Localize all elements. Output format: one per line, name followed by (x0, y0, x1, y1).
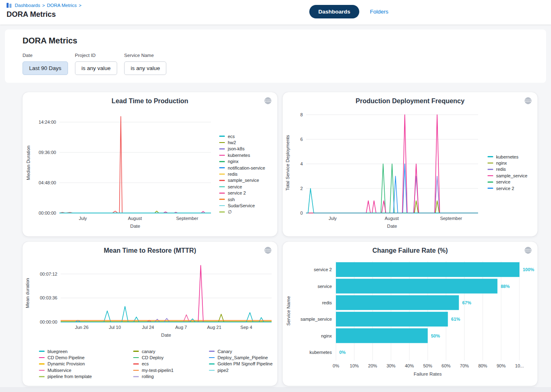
lead-time-legend: ecshw2json-k8skubernetesnginxnotificatio… (219, 133, 265, 215)
svg-text:4: 4 (300, 161, 303, 166)
svg-text:67%: 67% (462, 300, 471, 305)
dashboards-grid-icon (7, 3, 11, 8)
dashboard-content: DORA Metrics Date Last 90 Days Project I… (0, 29, 551, 392)
legend-item: CD Deploy (133, 354, 174, 360)
legend-item: SudarService (219, 202, 265, 208)
globe-icon[interactable] (264, 246, 272, 254)
bottom-strip (0, 387, 551, 392)
svg-text:Jul 24: Jul 24 (142, 325, 154, 330)
globe-icon[interactable] (264, 97, 272, 105)
card-deployment-frequency: 02468JulyAugustSeptemberDateTotal Servic… (283, 92, 537, 236)
bar (336, 329, 428, 343)
breadcrumb-separator: > (42, 3, 45, 8)
service-name-filter: Service Name is any value (124, 53, 166, 75)
legend-item: my-test-pipelin1 (133, 367, 174, 373)
svg-text:00:07:12: 00:07:12 (40, 272, 57, 276)
legend-item: Golden PM Signoff Pipeline (209, 361, 272, 367)
svg-text:10...: 10... (515, 363, 524, 368)
breadcrumb-dora-metrics-link[interactable]: DORA Metrics (47, 3, 77, 8)
header-tabs: Dashboards Folders (309, 5, 388, 18)
svg-text:6: 6 (300, 137, 303, 142)
change-failure-rate-chart: 0%10%20%30%40%50%60%70%80%90%10...servic… (283, 242, 537, 385)
breadcrumb-dashboards-link[interactable]: Dashboards (15, 3, 40, 8)
svg-text:Aug 7: Aug 7 (175, 325, 187, 330)
legend-item: canary (133, 348, 174, 354)
svg-text:Failure Rates: Failure Rates (414, 372, 442, 376)
legend-item: nginx (488, 160, 527, 166)
chart-title: Mean Time to Restore (MTTR) (23, 247, 277, 254)
legend-item: ∅ (219, 209, 265, 215)
date-filter-button[interactable]: Last 90 Days (23, 61, 68, 75)
svg-text:30%: 30% (386, 363, 395, 368)
legend-item: Deploy_Sample_Pipeline (209, 354, 272, 360)
svg-text:88%: 88% (501, 284, 510, 289)
service-name-filter-button[interactable]: is any value (124, 61, 166, 75)
globe-icon[interactable] (524, 97, 532, 105)
svg-text:Date: Date (161, 333, 171, 338)
svg-text:Median Duration: Median Duration (26, 145, 31, 180)
svg-text:sample_service: sample_service (301, 317, 332, 322)
svg-text:04:48:00: 04:48:00 (39, 180, 56, 185)
legend-item: CD Demo Pipeline (39, 354, 92, 360)
svg-text:service 2: service 2 (314, 267, 332, 272)
legend-item: json-k8s (219, 146, 265, 152)
legend-item: service 2 (219, 190, 265, 196)
series-line (306, 176, 478, 213)
bar (336, 312, 448, 326)
tab-folders[interactable]: Folders (370, 9, 388, 15)
series-line (59, 116, 211, 213)
chart-title: Production Deployment Frequency (283, 97, 537, 105)
svg-text:50%: 50% (423, 363, 432, 368)
svg-text:2: 2 (300, 186, 303, 191)
legend-item: ssh (219, 196, 265, 202)
bar (336, 295, 459, 310)
breadcrumb-separator: > (79, 3, 81, 8)
series-line (306, 188, 478, 213)
svg-text:90%: 90% (497, 363, 506, 368)
legend-item: redis (488, 166, 527, 172)
svg-text:nginx: nginx (321, 333, 332, 338)
svg-text:00:03:36: 00:03:36 (40, 295, 57, 300)
charts-grid: 00:00:0004:48:0009:36:0014:24:00JulyAugu… (23, 92, 551, 386)
deployment-frequency-legend: kubernetesnginxredissample_serviceservic… (488, 154, 527, 191)
header-page-title: DORA Metrics (7, 10, 82, 19)
project-id-filter-button[interactable]: is any value (75, 61, 117, 75)
project-id-filter: Project ID is any value (75, 53, 117, 75)
svg-text:August: August (128, 216, 142, 221)
svg-text:60%: 60% (442, 363, 451, 368)
svg-text:Total Service Deployments: Total Service Deployments (285, 135, 290, 190)
svg-text:20%: 20% (368, 363, 377, 368)
filter-row: Date Last 90 Days Project ID is any valu… (23, 53, 546, 75)
svg-text:Mean duration: Mean duration (25, 278, 30, 308)
svg-text:August: August (385, 216, 399, 221)
legend-item: notification-service (219, 165, 265, 171)
legend-item: kubernetes (488, 154, 527, 160)
svg-text:0%: 0% (339, 350, 346, 355)
chart-title: Change Failure Rate (%) (283, 247, 537, 254)
svg-text:Jul 10: Jul 10 (109, 325, 121, 330)
svg-text:0%: 0% (333, 363, 339, 368)
svg-text:00:00:00: 00:00:00 (39, 211, 56, 215)
svg-text:July: July (79, 216, 87, 221)
breadcrumb: Dashboards > DORA Metrics > (7, 3, 82, 8)
tab-dashboards[interactable]: Dashboards (309, 5, 359, 18)
legend-item: ecs (133, 361, 174, 367)
legend-item: bluegreen (39, 348, 92, 354)
legend-item: kubernetes (219, 152, 265, 158)
legend-item: sample_service (219, 177, 265, 184)
filter-panel: DORA Metrics Date Last 90 Days Project I… (5, 29, 546, 83)
legend-item: pipe2 (209, 367, 272, 373)
legend-item: ecs (219, 133, 265, 139)
svg-text:00:00:00: 00:00:00 (40, 319, 57, 324)
legend-item: Multiservice (39, 367, 92, 373)
bar (336, 279, 497, 294)
svg-text:100%: 100% (523, 267, 534, 272)
svg-text:redis: redis (322, 300, 332, 305)
svg-text:8: 8 (300, 112, 303, 117)
svg-text:14:24:00: 14:24:00 (39, 120, 56, 125)
card-lead-time: 00:00:0004:48:0009:36:0014:24:00JulyAugu… (23, 92, 277, 236)
svg-text:Sep 4: Sep 4 (240, 325, 252, 330)
legend-item: Dynamic Provision (39, 361, 92, 367)
series-line (61, 314, 272, 322)
globe-icon[interactable] (524, 246, 532, 254)
